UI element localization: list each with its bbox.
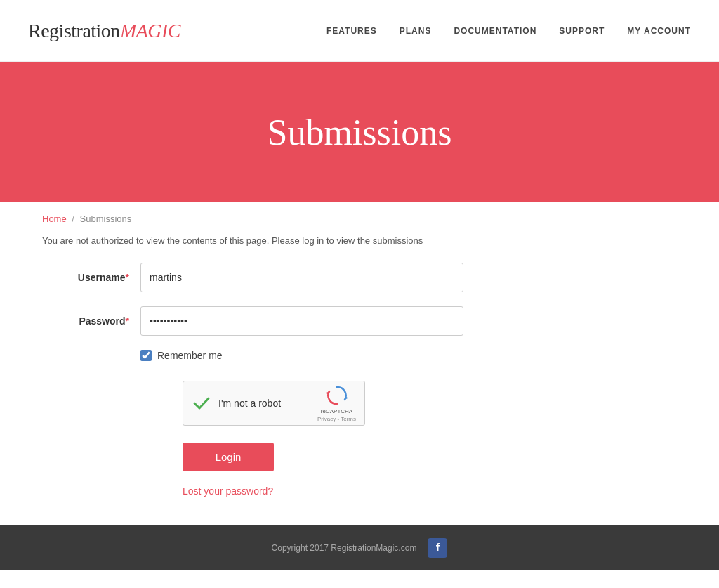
username-row: Username* <box>42 263 463 292</box>
nav-documentation[interactable]: DOCUMENTATION <box>454 26 536 36</box>
recaptcha-logo-icon <box>326 384 348 407</box>
main-content: You are not authorized to view the conte… <box>0 230 719 525</box>
facebook-icon[interactable]: f <box>428 538 447 558</box>
recaptcha-wrapper: I'm not a robot reCAPTCHA Privacy - Term… <box>183 381 463 426</box>
password-row: Password* <box>42 306 463 336</box>
recaptcha-label: I'm not a robot <box>218 398 281 409</box>
password-label: Password* <box>42 315 140 327</box>
remember-me-row: Remember me <box>140 350 463 361</box>
lost-password-link[interactable]: Lost your password? <box>183 485 273 497</box>
username-required: * <box>126 272 129 283</box>
breadcrumb: Home / Submissions <box>0 202 719 230</box>
nav-plans[interactable]: PLANS <box>400 26 432 36</box>
password-input[interactable] <box>140 306 463 336</box>
footer: Copyright 2017 RegistrationMagic.com f <box>0 525 719 570</box>
breadcrumb-home[interactable]: Home <box>42 214 67 224</box>
recaptcha-right: reCAPTCHA Privacy - Terms <box>317 384 356 422</box>
recaptcha-links: Privacy - Terms <box>317 416 356 422</box>
login-form: Username* Password* Remember me <box>42 263 463 497</box>
recaptcha-box[interactable]: I'm not a robot reCAPTCHA Privacy - Term… <box>183 381 365 426</box>
logo-magic: MAGIC <box>120 20 180 41</box>
password-required: * <box>126 315 129 327</box>
remember-label: Remember me <box>157 350 223 361</box>
footer-copyright: Copyright 2017 RegistrationMagic.com <box>272 543 417 553</box>
page-title: Submissions <box>268 112 452 153</box>
nav-my-account[interactable]: MY ACCOUNT <box>627 26 691 36</box>
username-input[interactable] <box>140 263 463 292</box>
recaptcha-brand-text: reCAPTCHA <box>321 408 352 414</box>
logo-registration: Registration <box>28 20 120 41</box>
navigation: FEATURES PLANS DOCUMENTATION SUPPORT MY … <box>326 26 691 36</box>
auth-message: You are not authorized to view the conte… <box>42 235 677 246</box>
nav-support[interactable]: SUPPORT <box>559 26 605 36</box>
recaptcha-checkmark-icon <box>192 393 211 413</box>
breadcrumb-current: Submissions <box>80 214 132 224</box>
login-button[interactable]: Login <box>183 443 274 471</box>
login-button-wrapper: Login <box>183 443 463 471</box>
hero-banner: Submissions <box>0 62 719 202</box>
nav-features[interactable]: FEATURES <box>326 26 377 36</box>
recaptcha-left: I'm not a robot <box>192 393 281 413</box>
lost-password-wrapper: Lost your password? <box>183 485 463 497</box>
header: RegistrationMAGIC FEATURES PLANS DOCUMEN… <box>0 0 719 62</box>
logo[interactable]: RegistrationMAGIC <box>28 20 180 42</box>
remember-checkbox[interactable] <box>140 350 152 361</box>
username-label: Username* <box>42 272 140 283</box>
breadcrumb-separator: / <box>72 214 74 224</box>
